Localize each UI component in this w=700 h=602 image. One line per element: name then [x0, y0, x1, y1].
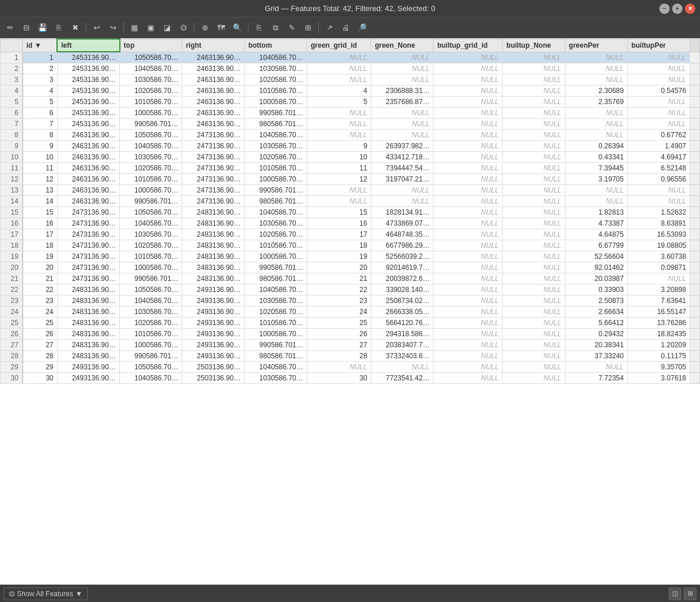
col-header-left[interactable]: left	[57, 39, 119, 52]
close-button[interactable]: ✕	[685, 3, 695, 14]
col-header-id[interactable]: id ▼	[23, 39, 58, 52]
cell-null: NULL	[503, 295, 565, 307]
table-container[interactable]: id ▼ left top right bottom green_grid_id…	[0, 38, 700, 585]
row-number: 26	[1, 329, 23, 340]
cell-null: NULL	[371, 119, 433, 130]
cell-value: 1000586.70…	[120, 262, 182, 273]
table-row[interactable]: 28 28 2483136.90… 990586.701… 2493136.90…	[1, 351, 700, 362]
col-header-right[interactable]: right	[182, 39, 244, 52]
print-icon[interactable]: 🖨	[338, 20, 353, 35]
cell-scroll-filler	[690, 63, 700, 74]
minimize-button[interactable]: −	[659, 3, 670, 14]
cell-scroll-filler	[690, 97, 700, 108]
zoom2-icon[interactable]: 🔎	[354, 20, 369, 35]
cell-scroll-filler	[690, 86, 700, 97]
cell-value: 2493136.90…	[57, 373, 119, 384]
table-row[interactable]: 5 5 2453136.90… 1010586.70… 2463136.90… …	[1, 97, 700, 108]
table-edit-icon[interactable]: ⊟	[19, 20, 34, 35]
cell-value: 19	[307, 251, 371, 262]
cell-value: 3.60738	[627, 251, 690, 262]
table-row[interactable]: 13 13 2463136.90… 1000586.70… 2473136.90…	[1, 185, 700, 196]
sep1	[86, 22, 86, 34]
cell-value: 10	[307, 152, 371, 163]
cell-value: 1030586.70…	[244, 63, 307, 74]
grid-icon[interactable]: ⊞	[300, 20, 315, 35]
invert-icon[interactable]: ◪	[159, 20, 175, 35]
table-row[interactable]: 19 19 2473136.90… 1010586.70… 2483136.90…	[1, 251, 700, 262]
table-row[interactable]: 26 26 2483136.90… 1010586.70… 2493136.90…	[1, 329, 700, 340]
col-header-top[interactable]: top	[120, 39, 182, 52]
cell-null: NULL	[433, 318, 503, 329]
table-row[interactable]: 14 14 2463136.90… 990586.701… 2473136.90…	[1, 196, 700, 207]
col-header-builtup-grid-id[interactable]: builtup_grid_id	[433, 39, 503, 52]
cell-value: 2473136.90…	[182, 141, 244, 152]
maximize-button[interactable]: +	[672, 3, 683, 14]
table-row[interactable]: 16 16 2473136.90… 1040586.70… 2483136.90…	[1, 218, 700, 229]
cell-value: 1050586.70…	[120, 130, 182, 141]
delete-icon[interactable]: ✖	[67, 20, 83, 35]
col-header-bottom[interactable]: bottom	[244, 39, 307, 52]
status-icon-left[interactable]: ◫	[669, 587, 681, 600]
cell-value: 2463136.90…	[57, 152, 119, 163]
cell-value: 2493136.90…	[182, 307, 244, 318]
cell-null: NULL	[565, 185, 627, 196]
cell-value: 1040586.70…	[120, 63, 182, 74]
cell-value: 2483136.90…	[182, 229, 244, 240]
table-row[interactable]: 8 8 2463136.90… 1050586.70… 2473136.90… …	[1, 130, 700, 141]
row-number: 19	[1, 251, 23, 262]
cell-id: 3	[23, 74, 58, 86]
search-icon[interactable]: 🔍	[230, 20, 245, 35]
undo-icon[interactable]: ↩	[89, 20, 104, 35]
col-header-builtup-none[interactable]: builtup_None	[503, 39, 565, 52]
table-row[interactable]: 12 12 2463136.90… 1010586.70… 2473136.90…	[1, 174, 700, 185]
map-icon[interactable]: 🗺	[214, 20, 229, 35]
table-row[interactable]: 1 1 2453136.90… 1050586.70… 2463136.90… …	[1, 52, 700, 63]
table-row[interactable]: 7 7 2453136.90… 990586.701… 2463136.90… …	[1, 119, 700, 130]
table-row[interactable]: 21 21 2473136.90… 990586.701… 2483136.90…	[1, 273, 700, 284]
table-row[interactable]: 2 2 2453136.90… 1040586.70… 2463136.90… …	[1, 63, 700, 74]
status-icon-right[interactable]: ⊞	[684, 587, 697, 600]
cell-value: 0.29432	[565, 329, 627, 340]
table-row[interactable]: 3 3 2453136.90… 1030586.70… 2463136.90… …	[1, 74, 700, 86]
paste-icon[interactable]: ⧉	[268, 20, 283, 35]
col-header-greenper[interactable]: greenPer	[565, 39, 627, 52]
table-row[interactable]: 9 9 2463136.90… 1040586.70… 2473136.90… …	[1, 141, 700, 152]
table-row[interactable]: 29 29 2493136.90… 1050586.70… 2503136.90…	[1, 362, 700, 373]
cell-null: NULL	[433, 295, 503, 307]
show-all-features-button[interactable]: ⏣ Show All Features ▼	[3, 587, 88, 600]
row-number: 18	[1, 240, 23, 251]
row-number: 14	[1, 196, 23, 207]
table-row[interactable]: 24 24 2483136.90… 1030586.70… 2493136.90…	[1, 307, 700, 318]
edit2-icon[interactable]: ✎	[284, 20, 299, 35]
deselect-icon[interactable]: ▣	[143, 20, 158, 35]
export-icon[interactable]: ↗	[322, 20, 337, 35]
table-row[interactable]: 20 20 2473136.90… 1000586.70… 2483136.90…	[1, 262, 700, 273]
select-all-icon[interactable]: ▦	[127, 20, 142, 35]
edit-icon[interactable]: ✏	[2, 20, 17, 35]
table-row[interactable]: 25 25 2483136.90… 1020586.70… 2493136.90…	[1, 318, 700, 329]
cell-value: 25	[307, 318, 371, 329]
cell-value: 2473136.90…	[182, 152, 244, 163]
save-icon[interactable]: 💾	[35, 20, 50, 35]
copy2-icon[interactable]: ⎘	[251, 20, 267, 35]
zoom-in-icon[interactable]: ⊕	[197, 20, 212, 35]
table-row[interactable]: 22 22 2483136.90… 1050586.70… 2493136.90…	[1, 284, 700, 295]
copy-icon[interactable]: ⎘	[51, 20, 66, 35]
table-row[interactable]: 17 17 2473136.90… 1030586.70… 2483136.90…	[1, 229, 700, 240]
window-title: Grid — Features Total: 42, Filtered: 42,…	[265, 4, 435, 13]
redo-icon[interactable]: ↪	[105, 20, 120, 35]
table-row[interactable]: 27 27 2483136.90… 1000586.70… 2493136.90…	[1, 340, 700, 351]
col-header-builtpper[interactable]: builtupPer	[627, 39, 690, 52]
table-row[interactable]: 10 10 2463136.90… 1030586.70… 2473136.90…	[1, 152, 700, 163]
table-row[interactable]: 6 6 2453136.90… 1000586.70… 2463136.90… …	[1, 108, 700, 119]
table-row[interactable]: 23 23 2483136.90… 1040586.70… 2493136.90…	[1, 295, 700, 307]
filter-icon[interactable]: ⏣	[176, 20, 191, 35]
col-header-green-none[interactable]: green_None	[371, 39, 433, 52]
table-row[interactable]: 11 11 2463136.90… 1020586.70… 2473136.90…	[1, 163, 700, 174]
table-row[interactable]: 4 4 2453136.90… 1020586.70… 2463136.90… …	[1, 86, 700, 97]
cell-null: NULL	[627, 273, 690, 284]
table-row[interactable]: 30 30 2493136.90… 1040586.70… 2503136.90…	[1, 373, 700, 384]
table-row[interactable]: 15 15 2473136.90… 1050586.70… 2483136.90…	[1, 207, 700, 218]
col-header-green-grid-id[interactable]: green_grid_id	[307, 39, 371, 52]
table-row[interactable]: 18 18 2473136.90… 1020586.70… 2483136.90…	[1, 240, 700, 251]
